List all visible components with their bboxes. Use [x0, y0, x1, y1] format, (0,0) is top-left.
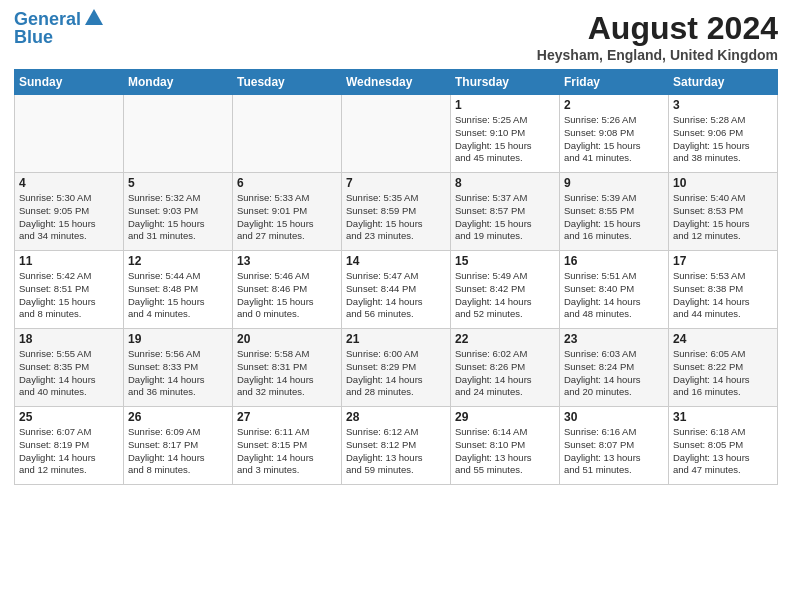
table-row: 8Sunrise: 5:37 AMSunset: 8:57 PMDaylight… [451, 173, 560, 251]
day-info: Sunrise: 5:42 AMSunset: 8:51 PMDaylight:… [19, 270, 119, 321]
day-number: 23 [564, 332, 664, 346]
day-info: Sunrise: 6:11 AMSunset: 8:15 PMDaylight:… [237, 426, 337, 477]
table-row: 9Sunrise: 5:39 AMSunset: 8:55 PMDaylight… [560, 173, 669, 251]
day-info: Sunrise: 5:51 AMSunset: 8:40 PMDaylight:… [564, 270, 664, 321]
day-number: 30 [564, 410, 664, 424]
col-thursday: Thursday [451, 70, 560, 95]
day-number: 21 [346, 332, 446, 346]
day-number: 20 [237, 332, 337, 346]
table-row: 6Sunrise: 5:33 AMSunset: 9:01 PMDaylight… [233, 173, 342, 251]
day-info: Sunrise: 5:39 AMSunset: 8:55 PMDaylight:… [564, 192, 664, 243]
main-title: August 2024 [537, 10, 778, 47]
day-number: 26 [128, 410, 228, 424]
day-number: 31 [673, 410, 773, 424]
day-number: 1 [455, 98, 555, 112]
table-row: 26Sunrise: 6:09 AMSunset: 8:17 PMDayligh… [124, 407, 233, 485]
day-info: Sunrise: 6:12 AMSunset: 8:12 PMDaylight:… [346, 426, 446, 477]
day-info: Sunrise: 5:35 AMSunset: 8:59 PMDaylight:… [346, 192, 446, 243]
table-row [124, 95, 233, 173]
day-number: 28 [346, 410, 446, 424]
day-info: Sunrise: 6:18 AMSunset: 8:05 PMDaylight:… [673, 426, 773, 477]
day-info: Sunrise: 5:32 AMSunset: 9:03 PMDaylight:… [128, 192, 228, 243]
table-row: 31Sunrise: 6:18 AMSunset: 8:05 PMDayligh… [669, 407, 778, 485]
table-row: 16Sunrise: 5:51 AMSunset: 8:40 PMDayligh… [560, 251, 669, 329]
table-row: 29Sunrise: 6:14 AMSunset: 8:10 PMDayligh… [451, 407, 560, 485]
table-row: 27Sunrise: 6:11 AMSunset: 8:15 PMDayligh… [233, 407, 342, 485]
table-row: 1Sunrise: 5:25 AMSunset: 9:10 PMDaylight… [451, 95, 560, 173]
day-info: Sunrise: 6:09 AMSunset: 8:17 PMDaylight:… [128, 426, 228, 477]
day-info: Sunrise: 6:00 AMSunset: 8:29 PMDaylight:… [346, 348, 446, 399]
day-number: 29 [455, 410, 555, 424]
table-row: 12Sunrise: 5:44 AMSunset: 8:48 PMDayligh… [124, 251, 233, 329]
calendar-week-row: 18Sunrise: 5:55 AMSunset: 8:35 PMDayligh… [15, 329, 778, 407]
calendar-week-row: 25Sunrise: 6:07 AMSunset: 8:19 PMDayligh… [15, 407, 778, 485]
col-sunday: Sunday [15, 70, 124, 95]
day-number: 16 [564, 254, 664, 268]
table-row: 30Sunrise: 6:16 AMSunset: 8:07 PMDayligh… [560, 407, 669, 485]
table-row: 4Sunrise: 5:30 AMSunset: 9:05 PMDaylight… [15, 173, 124, 251]
calendar-week-row: 11Sunrise: 5:42 AMSunset: 8:51 PMDayligh… [15, 251, 778, 329]
day-info: Sunrise: 5:37 AMSunset: 8:57 PMDaylight:… [455, 192, 555, 243]
day-info: Sunrise: 5:26 AMSunset: 9:08 PMDaylight:… [564, 114, 664, 165]
day-info: Sunrise: 6:16 AMSunset: 8:07 PMDaylight:… [564, 426, 664, 477]
day-number: 17 [673, 254, 773, 268]
col-wednesday: Wednesday [342, 70, 451, 95]
day-number: 9 [564, 176, 664, 190]
day-number: 15 [455, 254, 555, 268]
col-monday: Monday [124, 70, 233, 95]
day-number: 18 [19, 332, 119, 346]
day-info: Sunrise: 5:58 AMSunset: 8:31 PMDaylight:… [237, 348, 337, 399]
table-row: 13Sunrise: 5:46 AMSunset: 8:46 PMDayligh… [233, 251, 342, 329]
day-info: Sunrise: 5:55 AMSunset: 8:35 PMDaylight:… [19, 348, 119, 399]
day-info: Sunrise: 5:53 AMSunset: 8:38 PMDaylight:… [673, 270, 773, 321]
page-header: General Blue August 2024 Heysham, Englan… [14, 10, 778, 63]
col-tuesday: Tuesday [233, 70, 342, 95]
logo-icon [83, 7, 105, 29]
day-info: Sunrise: 5:44 AMSunset: 8:48 PMDaylight:… [128, 270, 228, 321]
day-number: 6 [237, 176, 337, 190]
day-number: 12 [128, 254, 228, 268]
day-info: Sunrise: 5:56 AMSunset: 8:33 PMDaylight:… [128, 348, 228, 399]
day-info: Sunrise: 5:49 AMSunset: 8:42 PMDaylight:… [455, 270, 555, 321]
table-row: 10Sunrise: 5:40 AMSunset: 8:53 PMDayligh… [669, 173, 778, 251]
title-block: August 2024 Heysham, England, United Kin… [537, 10, 778, 63]
day-info: Sunrise: 5:33 AMSunset: 9:01 PMDaylight:… [237, 192, 337, 243]
day-number: 2 [564, 98, 664, 112]
day-number: 24 [673, 332, 773, 346]
day-info: Sunrise: 6:05 AMSunset: 8:22 PMDaylight:… [673, 348, 773, 399]
calendar-table: Sunday Monday Tuesday Wednesday Thursday… [14, 69, 778, 485]
day-number: 27 [237, 410, 337, 424]
calendar-header-row: Sunday Monday Tuesday Wednesday Thursday… [15, 70, 778, 95]
svg-marker-0 [85, 9, 103, 25]
day-info: Sunrise: 6:14 AMSunset: 8:10 PMDaylight:… [455, 426, 555, 477]
table-row [233, 95, 342, 173]
day-number: 3 [673, 98, 773, 112]
day-number: 25 [19, 410, 119, 424]
table-row: 21Sunrise: 6:00 AMSunset: 8:29 PMDayligh… [342, 329, 451, 407]
day-number: 8 [455, 176, 555, 190]
day-number: 13 [237, 254, 337, 268]
page-container: General Blue August 2024 Heysham, Englan… [0, 0, 792, 612]
day-number: 11 [19, 254, 119, 268]
col-saturday: Saturday [669, 70, 778, 95]
table-row: 23Sunrise: 6:03 AMSunset: 8:24 PMDayligh… [560, 329, 669, 407]
logo-text-blue: Blue [14, 28, 53, 48]
table-row: 2Sunrise: 5:26 AMSunset: 9:08 PMDaylight… [560, 95, 669, 173]
table-row: 20Sunrise: 5:58 AMSunset: 8:31 PMDayligh… [233, 329, 342, 407]
table-row: 3Sunrise: 5:28 AMSunset: 9:06 PMDaylight… [669, 95, 778, 173]
day-info: Sunrise: 5:40 AMSunset: 8:53 PMDaylight:… [673, 192, 773, 243]
day-info: Sunrise: 6:02 AMSunset: 8:26 PMDaylight:… [455, 348, 555, 399]
table-row: 14Sunrise: 5:47 AMSunset: 8:44 PMDayligh… [342, 251, 451, 329]
day-number: 4 [19, 176, 119, 190]
col-friday: Friday [560, 70, 669, 95]
table-row: 7Sunrise: 5:35 AMSunset: 8:59 PMDaylight… [342, 173, 451, 251]
day-number: 10 [673, 176, 773, 190]
table-row: 25Sunrise: 6:07 AMSunset: 8:19 PMDayligh… [15, 407, 124, 485]
table-row [342, 95, 451, 173]
logo: General Blue [14, 10, 105, 48]
table-row: 22Sunrise: 6:02 AMSunset: 8:26 PMDayligh… [451, 329, 560, 407]
table-row: 15Sunrise: 5:49 AMSunset: 8:42 PMDayligh… [451, 251, 560, 329]
day-info: Sunrise: 5:46 AMSunset: 8:46 PMDaylight:… [237, 270, 337, 321]
table-row: 11Sunrise: 5:42 AMSunset: 8:51 PMDayligh… [15, 251, 124, 329]
table-row: 17Sunrise: 5:53 AMSunset: 8:38 PMDayligh… [669, 251, 778, 329]
